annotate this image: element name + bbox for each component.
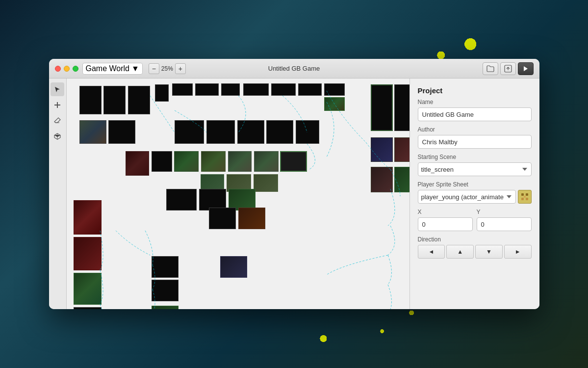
left-toolbar — [49, 79, 67, 309]
svg-rect-2 — [526, 193, 528, 196]
scene-node[interactable] — [172, 83, 193, 96]
scene-node[interactable] — [126, 151, 149, 176]
canvas-area[interactable] — [67, 79, 409, 309]
scene-node[interactable] — [254, 151, 279, 172]
scene-node[interactable] — [155, 84, 169, 102]
y-field: Y — [477, 209, 532, 231]
scene-node[interactable] — [152, 306, 179, 309]
minimize-button[interactable] — [64, 66, 70, 72]
scene-node[interactable] — [152, 256, 179, 278]
toolbar-right — [483, 62, 534, 75]
scene-node[interactable] — [371, 84, 393, 131]
xy-row: X Y — [418, 209, 532, 231]
direction-left-button[interactable]: ◄ — [418, 245, 445, 259]
scene-node[interactable] — [201, 151, 226, 172]
y-input[interactable] — [477, 217, 532, 231]
zoom-in-button[interactable]: + — [175, 63, 186, 74]
scene-node[interactable] — [74, 307, 102, 309]
direction-grid: ◄ ▲ ▼ ► — [418, 245, 532, 259]
y-label: Y — [477, 209, 532, 215]
scene-node[interactable] — [266, 120, 293, 144]
canvas-content — [67, 79, 409, 309]
open-folder-button[interactable] — [483, 62, 498, 75]
scene-node[interactable] — [298, 83, 322, 96]
direction-up-button[interactable]: ▲ — [446, 245, 474, 259]
scene-node[interactable] — [220, 256, 247, 278]
scene-node[interactable] — [228, 151, 252, 172]
cursor-tool[interactable] — [51, 82, 64, 96]
direction-down-button[interactable]: ▼ — [475, 245, 503, 259]
maximize-button[interactable] — [73, 66, 78, 72]
scene-node[interactable] — [174, 151, 199, 172]
scene-node[interactable] — [152, 151, 172, 172]
scene-node[interactable] — [371, 167, 393, 192]
world-selector[interactable]: Game World ▼ — [82, 63, 143, 75]
scene-node[interactable] — [221, 83, 240, 96]
scene-node[interactable] — [371, 137, 393, 162]
name-label: Name — [418, 99, 532, 105]
scene-node[interactable] — [195, 83, 219, 96]
window-title: Untitled GB Game — [268, 65, 320, 72]
scene-node[interactable] — [175, 120, 204, 144]
player-sprite-field-group: Player Sprite Sheet player_young (actor_… — [418, 181, 532, 204]
zoom-out-button[interactable]: − — [149, 63, 159, 74]
scene-node[interactable] — [103, 86, 126, 114]
scene-node[interactable] — [254, 174, 278, 192]
play-button[interactable] — [518, 62, 534, 75]
starting-scene-field-group: Starting Scene title_screen — [418, 154, 532, 176]
scene-node[interactable] — [280, 151, 307, 172]
right-panel: Project Name Author Starting Scene title… — [409, 79, 539, 309]
svg-rect-1 — [521, 193, 524, 196]
scene-node[interactable] — [74, 273, 102, 305]
main-window: Game World ▼ − 25% + Untitled GB Game — [49, 59, 539, 309]
project-section: Project Name Author Starting Scene title… — [418, 86, 532, 263]
scene-node[interactable] — [243, 83, 269, 96]
scene-node[interactable] — [324, 83, 345, 96]
scene-node[interactable] — [79, 120, 106, 144]
scene-node[interactable] — [237, 120, 264, 144]
scene-node[interactable] — [394, 167, 409, 192]
scene-node[interactable] — [74, 200, 102, 235]
scene-node[interactable] — [271, 83, 296, 96]
player-sprite-select[interactable]: player_young (actor_animated) — [418, 190, 516, 204]
project-title: Project — [418, 86, 532, 95]
player-sprite-label: Player Sprite Sheet — [418, 181, 532, 188]
author-input[interactable] — [418, 135, 532, 149]
chevron-down-icon: ▼ — [131, 64, 139, 73]
eraser-tool[interactable] — [51, 114, 64, 128]
sprite-preview-button[interactable] — [518, 190, 532, 204]
zoom-controls: − 25% + — [149, 63, 186, 74]
add-tool[interactable] — [51, 98, 64, 112]
scene-node[interactable] — [74, 237, 102, 270]
scene-node[interactable] — [394, 84, 409, 131]
scene-node[interactable] — [296, 120, 319, 144]
starting-scene-label: Starting Scene — [418, 154, 532, 160]
titlebar: Game World ▼ − 25% + Untitled GB Game — [49, 59, 539, 79]
scene-node[interactable] — [128, 86, 150, 114]
scene-node[interactable] — [166, 189, 197, 210]
author-label: Author — [418, 126, 532, 133]
scene-node[interactable] — [324, 97, 345, 111]
scene-node[interactable] — [206, 120, 235, 144]
direction-field-group: Direction ◄ ▲ ▼ ► — [418, 236, 532, 259]
scene-node[interactable] — [238, 208, 265, 229]
author-field-group: Author — [418, 126, 532, 149]
x-input[interactable] — [418, 217, 473, 231]
traffic-lights — [55, 66, 78, 72]
direction-label: Direction — [418, 236, 532, 243]
close-button[interactable] — [55, 66, 61, 72]
name-input[interactable] — [418, 107, 532, 121]
cube-tool[interactable] — [51, 130, 64, 143]
scene-node[interactable] — [209, 208, 236, 229]
zoom-level: 25% — [161, 65, 173, 72]
scene-node[interactable] — [152, 280, 179, 301]
export-button[interactable] — [500, 62, 516, 75]
starting-scene-select[interactable]: title_screen — [418, 162, 532, 176]
scene-node[interactable] — [394, 137, 409, 162]
scene-node[interactable] — [108, 120, 135, 144]
player-sprite-row: player_young (actor_animated) — [418, 190, 532, 204]
direction-right-button[interactable]: ► — [504, 245, 532, 259]
main-content: Project Name Author Starting Scene title… — [49, 79, 539, 309]
scene-node[interactable] — [79, 86, 102, 114]
world-selector-text: Game World — [86, 64, 130, 73]
